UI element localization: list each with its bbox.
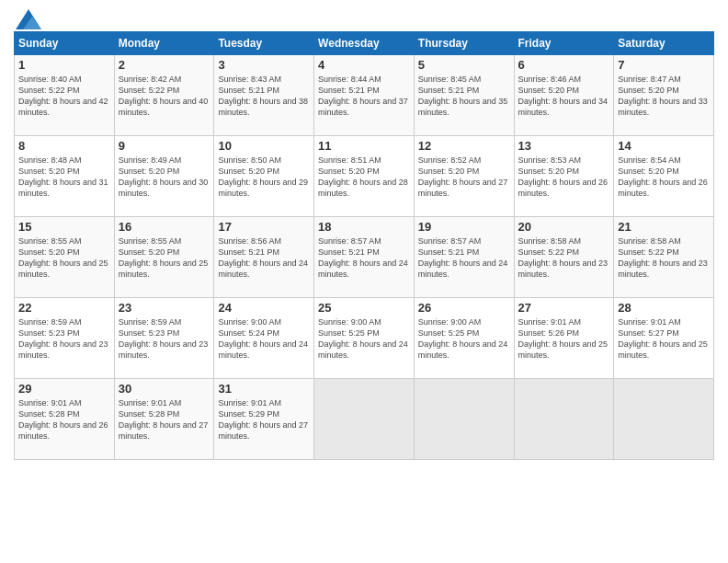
calendar-page: SundayMondayTuesdayWednesdayThursdayFrid… — [0, 0, 728, 563]
day-detail: Sunrise: 9:00 AMSunset: 5:25 PMDaylight:… — [418, 316, 510, 362]
day-number: 7 — [618, 58, 710, 72]
calendar-cell: 18 Sunrise: 8:57 AMSunset: 5:21 PMDaylig… — [314, 217, 415, 298]
calendar-cell: 17 Sunrise: 8:56 AMSunset: 5:21 PMDaylig… — [214, 217, 314, 298]
day-detail: Sunrise: 8:44 AMSunset: 5:21 PMDaylight:… — [318, 74, 410, 119]
day-detail: Sunrise: 8:53 AMSunset: 5:20 PMDaylight:… — [518, 155, 610, 200]
day-number: 27 — [518, 301, 610, 315]
day-number: 8 — [18, 139, 110, 153]
day-number: 10 — [218, 139, 310, 153]
calendar-cell: 2 Sunrise: 8:42 AMSunset: 5:22 PMDayligh… — [114, 55, 214, 136]
day-detail: Sunrise: 9:01 AMSunset: 5:28 PMDaylight:… — [119, 397, 210, 442]
day-number: 23 — [119, 301, 210, 315]
day-detail: Sunrise: 8:43 AMSunset: 5:21 PMDaylight:… — [218, 74, 310, 119]
day-detail: Sunrise: 8:56 AMSunset: 5:21 PMDaylight:… — [218, 236, 310, 281]
day-detail: Sunrise: 8:52 AMSunset: 5:20 PMDaylight:… — [418, 155, 510, 200]
day-number: 21 — [618, 220, 710, 234]
calendar-cell: 27 Sunrise: 9:01 AMSunset: 5:26 PMDaylig… — [514, 298, 614, 379]
day-number: 15 — [18, 220, 110, 234]
calendar-cell: 7 Sunrise: 8:47 AMSunset: 5:20 PMDayligh… — [614, 55, 714, 136]
week-row-3: 15 Sunrise: 8:55 AMSunset: 5:20 PMDaylig… — [15, 217, 714, 298]
logo-icon — [16, 9, 41, 29]
calendar-cell: 6 Sunrise: 8:46 AMSunset: 5:20 PMDayligh… — [514, 55, 614, 136]
day-number: 29 — [18, 382, 110, 396]
day-number: 19 — [418, 220, 510, 234]
weekday-header-wednesday: Wednesday — [314, 32, 415, 55]
weekday-header-sunday: Sunday — [15, 32, 115, 55]
calendar-cell: 20 Sunrise: 8:58 AMSunset: 5:22 PMDaylig… — [514, 217, 614, 298]
week-row-5: 29 Sunrise: 9:01 AMSunset: 5:28 PMDaylig… — [15, 379, 714, 460]
day-detail: Sunrise: 8:48 AMSunset: 5:20 PMDaylight:… — [18, 155, 110, 200]
day-detail: Sunrise: 8:58 AMSunset: 5:22 PMDaylight:… — [618, 236, 710, 281]
day-number: 11 — [318, 139, 410, 153]
calendar-cell: 28 Sunrise: 9:01 AMSunset: 5:27 PMDaylig… — [614, 298, 714, 379]
week-row-1: 1 Sunrise: 8:40 AMSunset: 5:22 PMDayligh… — [15, 55, 714, 136]
weekday-header-tuesday: Tuesday — [214, 32, 314, 55]
day-detail: Sunrise: 8:57 AMSunset: 5:21 PMDaylight:… — [318, 236, 410, 281]
calendar-cell: 31 Sunrise: 9:01 AMSunset: 5:29 PMDaylig… — [214, 379, 314, 460]
day-number: 30 — [119, 382, 210, 396]
calendar-table: SundayMondayTuesdayWednesdayThursdayFrid… — [14, 31, 714, 460]
day-number: 26 — [418, 301, 510, 315]
day-detail: Sunrise: 8:57 AMSunset: 5:21 PMDaylight:… — [418, 236, 510, 281]
week-row-4: 22 Sunrise: 8:59 AMSunset: 5:23 PMDaylig… — [15, 298, 714, 379]
calendar-body: 1 Sunrise: 8:40 AMSunset: 5:22 PMDayligh… — [15, 55, 714, 460]
day-detail: Sunrise: 8:49 AMSunset: 5:20 PMDaylight:… — [119, 155, 210, 200]
day-number: 22 — [18, 301, 110, 315]
weekday-header-thursday: Thursday — [414, 32, 514, 55]
day-detail: Sunrise: 9:01 AMSunset: 5:28 PMDaylight:… — [18, 397, 110, 442]
day-number: 18 — [318, 220, 410, 234]
day-detail: Sunrise: 8:54 AMSunset: 5:20 PMDaylight:… — [618, 155, 710, 200]
calendar-cell: 4 Sunrise: 8:44 AMSunset: 5:21 PMDayligh… — [314, 55, 415, 136]
page-header — [14, 9, 714, 26]
calendar-cell: 5 Sunrise: 8:45 AMSunset: 5:21 PMDayligh… — [414, 55, 514, 136]
day-number: 20 — [518, 220, 610, 234]
day-detail: Sunrise: 9:01 AMSunset: 5:29 PMDaylight:… — [218, 397, 310, 442]
calendar-cell — [514, 379, 614, 460]
day-number: 1 — [18, 58, 110, 72]
day-number: 16 — [119, 220, 210, 234]
calendar-cell: 3 Sunrise: 8:43 AMSunset: 5:21 PMDayligh… — [214, 55, 314, 136]
day-number: 14 — [618, 139, 710, 153]
day-number: 13 — [518, 139, 610, 153]
day-detail: Sunrise: 8:47 AMSunset: 5:20 PMDaylight:… — [618, 74, 710, 119]
calendar-cell: 21 Sunrise: 8:58 AMSunset: 5:22 PMDaylig… — [614, 217, 714, 298]
calendar-cell — [614, 379, 714, 460]
day-detail: Sunrise: 9:01 AMSunset: 5:27 PMDaylight:… — [618, 316, 710, 362]
day-detail: Sunrise: 8:59 AMSunset: 5:23 PMDaylight:… — [18, 316, 110, 362]
day-detail: Sunrise: 8:59 AMSunset: 5:23 PMDaylight:… — [119, 316, 210, 362]
calendar-cell — [314, 379, 415, 460]
week-row-2: 8 Sunrise: 8:48 AMSunset: 5:20 PMDayligh… — [15, 136, 714, 217]
calendar-cell: 8 Sunrise: 8:48 AMSunset: 5:20 PMDayligh… — [15, 136, 115, 217]
calendar-cell: 26 Sunrise: 9:00 AMSunset: 5:25 PMDaylig… — [414, 298, 514, 379]
calendar-cell: 25 Sunrise: 9:00 AMSunset: 5:25 PMDaylig… — [314, 298, 415, 379]
calendar-cell: 13 Sunrise: 8:53 AMSunset: 5:20 PMDaylig… — [514, 136, 614, 217]
day-number: 4 — [318, 58, 410, 72]
weekday-header-row: SundayMondayTuesdayWednesdayThursdayFrid… — [15, 32, 714, 55]
logo — [14, 9, 41, 26]
day-number: 2 — [119, 58, 210, 72]
day-detail: Sunrise: 9:01 AMSunset: 5:26 PMDaylight:… — [518, 316, 610, 362]
day-detail: Sunrise: 8:42 AMSunset: 5:22 PMDaylight:… — [119, 74, 210, 119]
calendar-cell: 30 Sunrise: 9:01 AMSunset: 5:28 PMDaylig… — [114, 379, 214, 460]
day-detail: Sunrise: 8:40 AMSunset: 5:22 PMDaylight:… — [18, 74, 110, 119]
day-detail: Sunrise: 9:00 AMSunset: 5:25 PMDaylight:… — [318, 316, 410, 362]
day-number: 3 — [218, 58, 310, 72]
calendar-cell: 9 Sunrise: 8:49 AMSunset: 5:20 PMDayligh… — [114, 136, 214, 217]
calendar-cell: 10 Sunrise: 8:50 AMSunset: 5:20 PMDaylig… — [214, 136, 314, 217]
calendar-cell: 29 Sunrise: 9:01 AMSunset: 5:28 PMDaylig… — [15, 379, 115, 460]
day-number: 6 — [518, 58, 610, 72]
calendar-cell: 1 Sunrise: 8:40 AMSunset: 5:22 PMDayligh… — [15, 55, 115, 136]
calendar-cell: 24 Sunrise: 9:00 AMSunset: 5:24 PMDaylig… — [214, 298, 314, 379]
calendar-cell: 19 Sunrise: 8:57 AMSunset: 5:21 PMDaylig… — [414, 217, 514, 298]
day-number: 5 — [418, 58, 510, 72]
weekday-header-monday: Monday — [114, 32, 214, 55]
weekday-header-friday: Friday — [514, 32, 614, 55]
weekday-header-saturday: Saturday — [614, 32, 714, 55]
day-detail: Sunrise: 8:45 AMSunset: 5:21 PMDaylight:… — [418, 74, 510, 119]
day-number: 25 — [318, 301, 410, 315]
calendar-cell — [414, 379, 514, 460]
calendar-cell: 15 Sunrise: 8:55 AMSunset: 5:20 PMDaylig… — [15, 217, 115, 298]
calendar-cell: 22 Sunrise: 8:59 AMSunset: 5:23 PMDaylig… — [15, 298, 115, 379]
day-detail: Sunrise: 8:58 AMSunset: 5:22 PMDaylight:… — [518, 236, 610, 281]
day-number: 24 — [218, 301, 310, 315]
